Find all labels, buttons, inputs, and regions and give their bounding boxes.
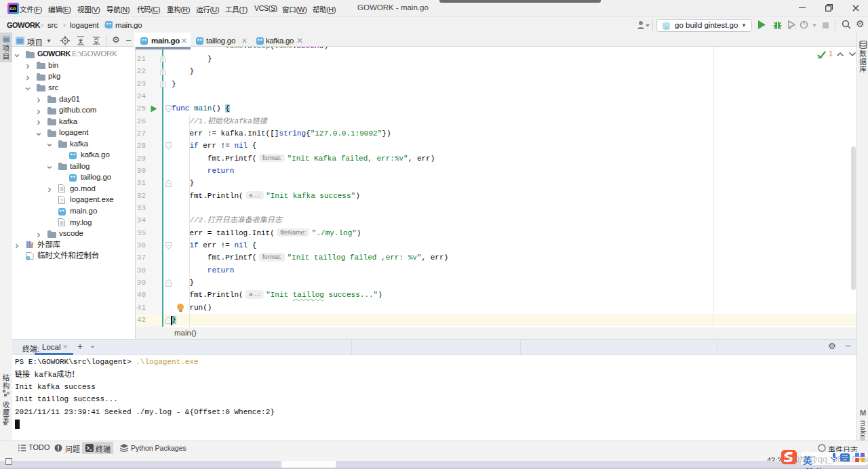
svg-text:?: ? <box>60 197 64 203</box>
svg-text:GO: GO <box>10 7 16 11</box>
